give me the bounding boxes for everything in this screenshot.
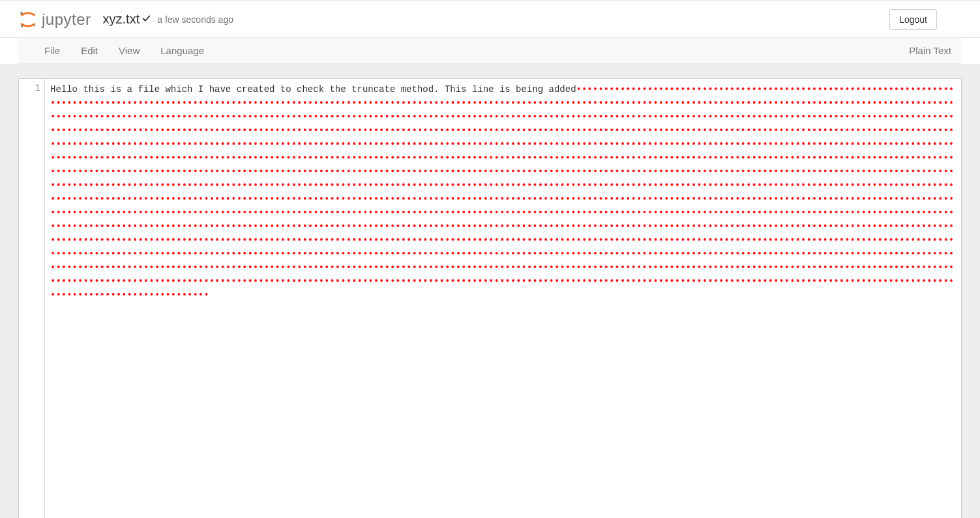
menu-language[interactable]: Language [150,38,215,63]
menu-file[interactable]: File [44,38,70,63]
notebook-filename[interactable]: xyz.txt [103,12,151,27]
line-number: 1 [19,83,40,93]
text-editor[interactable]: 1 Hello this is a file which I have crea… [18,78,962,518]
menubar: File Edit View Language Plain Text [18,38,962,64]
last-saved-timestamp: a few seconds ago [157,14,233,25]
invalid-characters: ••••••••••••••••••••••••••••••••••••••••… [50,84,954,300]
document-mode-label: Plain Text [909,45,954,56]
editor-container: 1 Hello this is a file which I have crea… [0,64,980,518]
filename-text: xyz.txt [103,12,140,27]
menu-edit[interactable]: Edit [70,38,108,63]
code-line: Hello this is a file which I have create… [50,83,956,302]
svg-point-1 [34,24,36,26]
jupyter-logo-text: jupyter [42,10,91,29]
svg-point-0 [20,12,23,14]
jupyter-logo[interactable]: jupyter [18,10,91,29]
line-number-gutter: 1 [19,79,45,518]
code-line-text: Hello this is a file which I have create… [50,84,576,95]
svg-point-2 [22,25,23,27]
menu-view[interactable]: View [108,38,150,63]
jupyter-logo-icon [18,10,38,29]
code-content[interactable]: Hello this is a file which I have create… [45,79,961,518]
header-bar: jupyter xyz.txt a few seconds ago Logout [0,1,980,38]
logout-button[interactable]: Logout [889,9,937,30]
checkmark-icon [142,14,151,25]
